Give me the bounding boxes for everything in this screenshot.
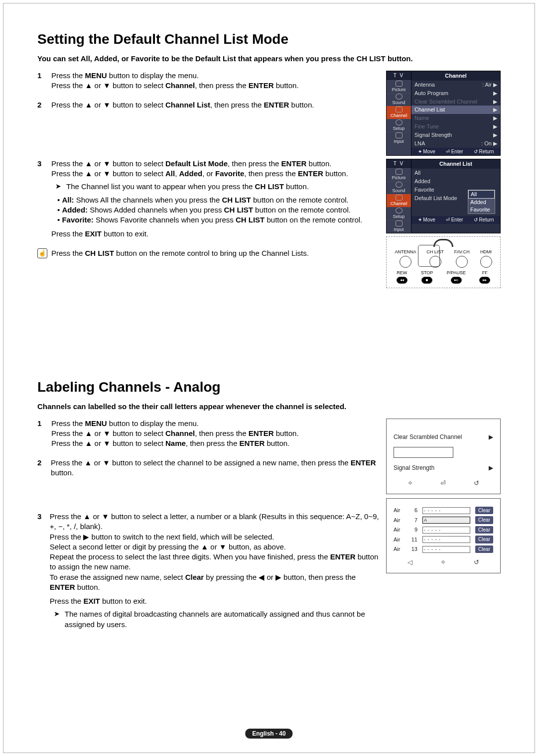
remote-label-antenna: ANTENNA [395, 249, 416, 255]
section1-step1: 1 Press the MENU button to display the m… [37, 71, 380, 91]
play-arrow-icon: ▶ [489, 464, 493, 472]
return-icon: ↺ [474, 558, 479, 567]
osd-move-hint: ✦ Move [418, 216, 435, 223]
osd-channel-menu: T V Picture Sound Channel Setup Input Ch… [386, 71, 501, 156]
osd3-row1: Clear Scrambled Channel ▶ [394, 430, 493, 444]
osd2-popup-added: Added [468, 199, 495, 206]
osd3-input [394, 447, 453, 458]
step-number: 3 [37, 512, 44, 630]
osd4-row: Air6- - - - -Clear [394, 506, 493, 516]
section1-tip: ☝ Press the CH LIST button on the remote… [37, 248, 380, 258]
step3-line2: Press the ▲ or ▼ button to select All, A… [51, 169, 380, 179]
remote-snippet: ANTENNA CH LIST FAV.CH HDMI REW◂◂ STOP■ … [386, 236, 501, 288]
osd-side-input: Input [387, 220, 411, 233]
osd2-popup-all: All [468, 190, 495, 199]
osd-enter-hint: ⏎ Enter [446, 148, 463, 155]
osd-side-setup: Setup [387, 119, 411, 132]
osd2-popup: All Added Favorite [468, 190, 495, 214]
section2-intro: Channels can labelled so the their call … [37, 402, 501, 412]
setup-icon [396, 208, 403, 214]
section2-step1: 1 Press the MENU button to display the m… [37, 419, 380, 449]
osd4-row: Air7AClear [394, 515, 493, 525]
osd2-popup-favorite: Favorite [468, 206, 495, 214]
osd-side-nav: T V Picture Sound Channel Setup Input [387, 159, 411, 233]
step1-line1: Press the MENU button to display the men… [51, 71, 380, 81]
remote-label-hdmi: HDMI [480, 249, 492, 255]
step2-line1: Press the ▲ or ▼ button to select Channe… [51, 100, 380, 110]
osd-return-hint: ↺ Return [474, 216, 494, 223]
sound-icon [396, 182, 403, 188]
osd-name-table: Air6- - - - -ClearAir7AClearAir9- - - - … [386, 498, 501, 573]
section2-step2: 2 Press the ▲ or ▼ button to select the … [37, 458, 380, 478]
remote-btn-antenna [400, 256, 411, 268]
osd-side-picture: Picture [387, 80, 411, 93]
updown-icon: ✧ [440, 558, 446, 567]
page-footer: English - 40 [245, 729, 292, 739]
osd2-footer: ✦ Move ⏎ Enter ↺ Return [411, 216, 500, 224]
enter-icon: ⏎ [446, 149, 450, 154]
remote-label-favch: FAV.CH [454, 249, 470, 255]
setup-icon [396, 119, 403, 125]
osd1-item: LNA: On ▶ [411, 139, 500, 148]
osd-side-sound: Sound [387, 93, 411, 106]
input-icon [396, 132, 403, 138]
osd1-item: Signal Strength ▶ [411, 131, 500, 139]
osd-move-hint: ✦ Move [418, 148, 435, 155]
osd2-title: Channel List [411, 159, 500, 169]
osd1-item: Channel List ▶ [411, 106, 500, 114]
section2-steps: 1 Press the MENU button to display the m… [37, 419, 380, 639]
osd4-row: Air11- - - - -Clear [394, 535, 493, 544]
enter-icon: ⏎ [446, 217, 450, 222]
step-number: 1 [37, 419, 45, 449]
osd2-item: Added [411, 177, 500, 186]
osd4-row: Air9- - - - -Clear [394, 525, 493, 535]
note-arrow-icon: ➤ [55, 182, 61, 192]
remote-label-ff: FF [482, 270, 488, 276]
step-number: 2 [37, 100, 45, 110]
remote-label-rew: REW [397, 270, 407, 276]
enter-icon: ⏎ [440, 479, 446, 488]
section1-step2: 2 Press the ▲ or ▼ button to select Chan… [37, 100, 380, 110]
leftright-icon: ◁ [407, 558, 412, 567]
section2-title: Labeling Channels - Analog [37, 378, 501, 397]
remote-row1: ANTENNA CH LIST FAV.CH HDMI [390, 249, 497, 268]
osd2-item: All [411, 169, 500, 177]
return-icon: ↺ [474, 479, 479, 488]
input-icon [396, 220, 403, 226]
osd-return-hint: ↺ Return [474, 148, 494, 155]
osd1-item: Fine Tune ▶ [411, 122, 500, 131]
remote-btn-rew: ◂◂ [397, 277, 407, 284]
channel-icon [396, 195, 403, 201]
section2-figures: Clear Scrambled Channel ▶ Signal Strengt… [386, 419, 501, 577]
section1-figures: T V Picture Sound Channel Setup Input Ch… [386, 71, 501, 288]
osd-tv-label: T V [387, 71, 411, 80]
osd1-item: Antenna: Air ▶ [411, 81, 500, 89]
note-arrow-icon: ➤ [54, 609, 60, 630]
osd-side-sound: Sound [387, 181, 411, 194]
section-default-channel-list-mode: Setting the Default Channel List Mode Yo… [37, 30, 501, 288]
section1-title: Setting the Default Channel List Mode [37, 30, 501, 49]
section2-step3-note: ➤ The names of digital broadcasting chan… [54, 609, 380, 630]
remote-btn-hdmi [480, 256, 492, 268]
play-arrow-icon: ▶ [489, 433, 493, 441]
osd-tv-label: T V [387, 159, 411, 168]
osd-channel-list-menu: T V Picture Sound Channel Setup Input Ch… [386, 159, 501, 233]
osd1-item: Clear Scrambled Channel ▶ [411, 98, 500, 106]
osd-side-input: Input [387, 132, 411, 145]
section1-step3: 3 Press the ▲ or ▼ button to select Defa… [37, 159, 380, 239]
step-number: 3 [37, 159, 45, 239]
remote-btn-stop: ■ [421, 277, 432, 284]
hand-pointer-icon: ☝ [37, 248, 47, 258]
osd4-row: Air13- - - - -Clear [394, 544, 493, 554]
osd1-footer: ✦ Move ⏎ Enter ↺ Return [411, 148, 500, 156]
remote-focus-box [418, 245, 440, 267]
osd1-item: Auto Program ▶ [411, 89, 500, 98]
picture-icon [396, 169, 403, 175]
step1-line2: Press the ▲ or ▼ button to select Channe… [51, 81, 380, 91]
remote-btn-ppause: ▸ıı [451, 277, 462, 284]
osd-side-nav: T V Picture Sound Channel Setup Input [387, 71, 411, 155]
osd4-footer: ◁ ✧ ↺ [394, 554, 493, 567]
sound-icon [396, 94, 403, 100]
move-icon: ✦ [418, 217, 422, 222]
osd-enter-hint: ⏎ Enter [446, 216, 463, 223]
